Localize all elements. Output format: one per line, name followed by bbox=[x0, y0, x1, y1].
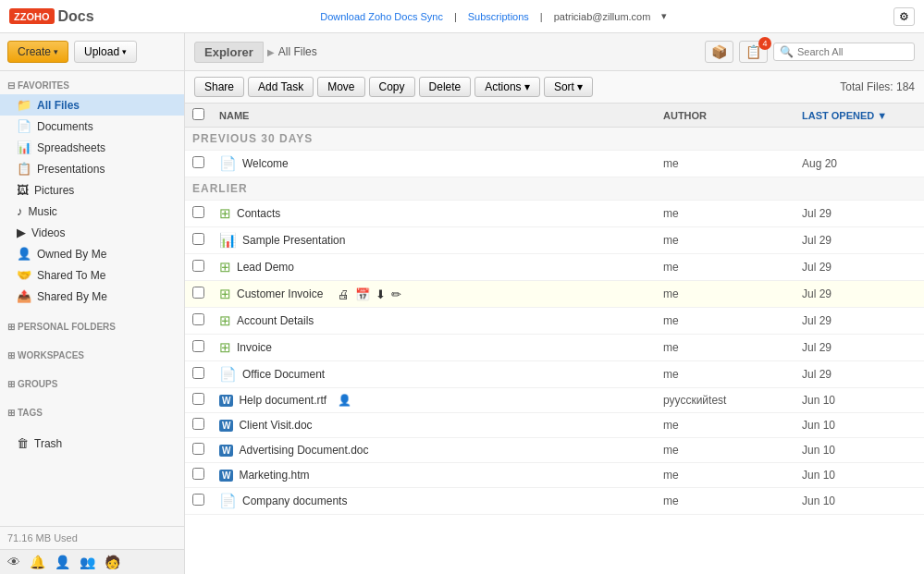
file-name-cell[interactable]: ⊞ Customer Invoice 🖨 📅 ⬇ ✏ bbox=[212, 281, 656, 308]
table-row[interactable]: W Help document.rtf 👤 руусскийtest Jun 1… bbox=[185, 388, 924, 413]
select-all-checkbox[interactable] bbox=[192, 108, 204, 120]
notification-wrapper: 📋 4 bbox=[739, 41, 768, 63]
user-email: patriciab@zillum.com bbox=[554, 11, 651, 22]
sidebar-item-documents[interactable]: 📄 Documents bbox=[0, 116, 184, 137]
file-name-cell[interactable]: W Marketing.htm bbox=[212, 463, 656, 488]
sidebar-item-label: Spreadsheets bbox=[37, 141, 105, 154]
subscriptions-link[interactable]: Subscriptions bbox=[468, 11, 529, 22]
pictures-icon: 🖼 bbox=[17, 183, 29, 197]
file-name-cell[interactable]: 📄 Welcome bbox=[212, 151, 656, 177]
table-row[interactable]: ⊞ Lead Demo me Jul 29 bbox=[185, 254, 924, 281]
bell-icon[interactable]: 🔔 bbox=[30, 555, 45, 569]
sidebar-item-videos[interactable]: ▶ Videos bbox=[0, 222, 184, 243]
sidebar-item-shared-to-me[interactable]: 🤝 Shared To Me bbox=[0, 264, 184, 286]
sidebar-item-spreadsheets[interactable]: 📊 Spreadsheets bbox=[0, 137, 184, 158]
file-name-cell[interactable]: W Help document.rtf 👤 bbox=[212, 388, 656, 413]
file-name-cell[interactable]: 📄 Office Document bbox=[212, 361, 656, 388]
delete-button[interactable]: Delete bbox=[419, 77, 472, 97]
table-row[interactable]: W Marketing.htm me Jun 10 bbox=[185, 463, 924, 488]
copy-button[interactable]: Copy bbox=[369, 77, 415, 97]
search-input[interactable] bbox=[797, 46, 908, 57]
actions-button[interactable]: Actions ▾ bbox=[474, 77, 540, 97]
upload-button[interactable]: Upload ▾ bbox=[74, 41, 137, 63]
row-checkbox[interactable] bbox=[192, 287, 204, 299]
row-checkbox[interactable] bbox=[192, 418, 204, 430]
file-name-cell[interactable]: ⊞ Invoice bbox=[212, 335, 656, 361]
row-checkbox[interactable] bbox=[192, 494, 204, 506]
row-checkbox-cell bbox=[185, 488, 212, 515]
table-row[interactable]: 📊 Sample Presentation me Jul 29 bbox=[185, 227, 924, 254]
row-checkbox[interactable] bbox=[192, 367, 204, 379]
row-checkbox[interactable] bbox=[192, 468, 204, 480]
email-dropdown-arrow[interactable]: ▾ bbox=[661, 10, 667, 22]
row-checkbox[interactable] bbox=[192, 340, 204, 352]
workspaces-label[interactable]: ⊞ WORKSPACES bbox=[0, 347, 184, 364]
last-opened-header[interactable]: LAST OPENED ▼ bbox=[795, 104, 924, 128]
favorites-label[interactable]: ⊟ FAVORITES bbox=[0, 77, 184, 94]
calendar-icon: 📅 bbox=[355, 287, 370, 301]
share-button[interactable]: Share bbox=[194, 77, 244, 97]
add-task-button[interactable]: Add Task bbox=[248, 77, 314, 97]
table-row[interactable]: 📄 Office Document me Jul 29 bbox=[185, 361, 924, 388]
sync-link[interactable]: Download Zoho Docs Sync bbox=[320, 11, 443, 22]
file-author: me bbox=[656, 361, 795, 388]
file-name: Company documents bbox=[242, 495, 347, 507]
file-name-cell[interactable]: W Advertising Document.doc bbox=[212, 438, 656, 463]
move-button[interactable]: Move bbox=[317, 77, 364, 97]
notification-badge: 4 bbox=[758, 37, 771, 50]
dropbox-button[interactable]: 📦 bbox=[705, 41, 733, 63]
personal-folders-label[interactable]: ⊞ PERSONAL FOLDERS bbox=[0, 318, 184, 336]
sidebar-item-shared-by-me[interactable]: 📤 Shared By Me bbox=[0, 286, 184, 307]
table-row[interactable]: 📄 Company documents me Jun 10 bbox=[185, 488, 924, 515]
separator: | bbox=[454, 11, 457, 22]
create-button[interactable]: Create ▾ bbox=[7, 41, 68, 63]
file-date: Jul 29 bbox=[795, 335, 924, 361]
table-row[interactable]: 📄 Welcome me Aug 20 bbox=[185, 151, 924, 177]
file-author: me bbox=[656, 254, 795, 281]
tags-label[interactable]: ⊞ TAGS bbox=[0, 404, 184, 421]
table-row[interactable]: ⊞ Invoice me Jul 29 bbox=[185, 335, 924, 361]
eye-icon[interactable]: 👁 bbox=[7, 555, 20, 569]
table-row[interactable]: ⊞ Contacts me Jul 29 bbox=[185, 201, 924, 227]
file-date: Jul 29 bbox=[795, 254, 924, 281]
table-row[interactable]: W Client Visit.doc me Jun 10 bbox=[185, 413, 924, 438]
trash-icon: 🗑 bbox=[17, 436, 29, 450]
groups-label[interactable]: ⊞ GROUPS bbox=[0, 375, 184, 393]
file-date: Jun 10 bbox=[795, 488, 924, 515]
sidebar-item-pictures[interactable]: 🖼 Pictures bbox=[0, 179, 184, 201]
table-row[interactable]: ⊞ Customer Invoice 🖨 📅 ⬇ ✏ me Jul 29 bbox=[185, 281, 924, 308]
file-name-cell[interactable]: 📄 Company documents bbox=[212, 488, 656, 515]
row-checkbox[interactable] bbox=[192, 206, 204, 218]
row-checkbox[interactable] bbox=[192, 156, 204, 168]
row-checkbox[interactable] bbox=[192, 233, 204, 245]
row-checkbox[interactable] bbox=[192, 443, 204, 455]
file-author: me bbox=[656, 201, 795, 227]
row-checkbox-cell bbox=[185, 201, 212, 227]
row-checkbox[interactable] bbox=[192, 393, 204, 405]
file-name-cell[interactable]: ⊞ Account Details bbox=[212, 308, 656, 335]
top-right: ⚙ bbox=[893, 7, 915, 26]
settings-gear-button[interactable]: ⚙ bbox=[893, 7, 915, 26]
row-checkbox[interactable] bbox=[192, 313, 204, 325]
file-name-cell[interactable]: ⊞ Contacts bbox=[212, 201, 656, 227]
person-icon[interactable]: 👤 bbox=[55, 555, 70, 569]
group-icon[interactable]: 👥 bbox=[80, 555, 95, 569]
sidebar-item-presentations[interactable]: 📋 Presentations bbox=[0, 158, 184, 179]
file-date: Aug 20 bbox=[795, 151, 924, 177]
table-row[interactable]: ⊞ Account Details me Jul 29 bbox=[185, 308, 924, 335]
breadcrumb-explorer[interactable]: Explorer bbox=[194, 42, 264, 63]
user-icon[interactable]: 🧑 bbox=[105, 555, 120, 569]
shared-by-icon: 📤 bbox=[17, 289, 31, 303]
sidebar-item-all-files[interactable]: 📁 All Files bbox=[0, 94, 184, 116]
sidebar-item-owned-by-me[interactable]: 👤 Owned By Me bbox=[0, 243, 184, 264]
table-row[interactable]: W Advertising Document.doc me Jun 10 bbox=[185, 438, 924, 463]
file-author: me bbox=[656, 438, 795, 463]
file-name-cell[interactable]: ⊞ Lead Demo bbox=[212, 254, 656, 281]
file-name-cell[interactable]: 📊 Sample Presentation bbox=[212, 227, 656, 254]
sidebar-item-music[interactable]: ♪ Music bbox=[0, 201, 184, 222]
file-name-cell[interactable]: W Client Visit.doc bbox=[212, 413, 656, 438]
edit-icon: ✏ bbox=[391, 287, 401, 301]
row-checkbox[interactable] bbox=[192, 260, 204, 272]
sidebar-item-trash[interactable]: 🗑 Trash bbox=[0, 433, 184, 454]
sort-button[interactable]: Sort ▾ bbox=[544, 77, 593, 97]
